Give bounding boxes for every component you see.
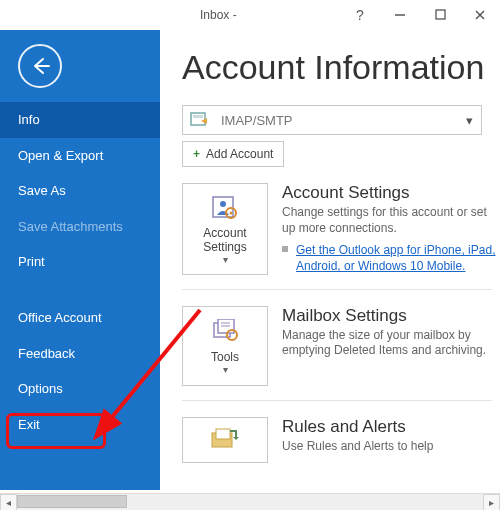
rules-icon xyxy=(210,424,240,452)
sidebar-item-label: Save Attachments xyxy=(18,219,123,234)
scroll-left-button[interactable]: ◂ xyxy=(0,494,17,511)
section-heading: Rules and Alerts xyxy=(282,417,496,437)
sidebar-item-office-account[interactable]: Office Account xyxy=(0,300,160,336)
add-account-button[interactable]: + Add Account xyxy=(182,141,284,167)
account-type-label: IMAP/SMTP xyxy=(217,113,457,128)
chevron-down-icon: ▾ xyxy=(457,113,481,128)
maximize-button[interactable] xyxy=(420,0,460,30)
window-title: Inbox - xyxy=(0,8,340,22)
mailbox-icon xyxy=(183,111,217,129)
minimize-button[interactable] xyxy=(380,0,420,30)
account-settings-icon xyxy=(210,194,240,222)
button-label: Account Settings xyxy=(187,226,263,254)
sidebar-item-feedback[interactable]: Feedback xyxy=(0,336,160,372)
sidebar-item-info[interactable]: Info xyxy=(0,102,160,138)
arrow-left-icon xyxy=(29,55,51,77)
get-app-link[interactable]: Get the Outlook app for iPhone, iPad, An… xyxy=(296,242,496,274)
chevron-down-icon: ▾ xyxy=(223,254,228,265)
svg-rect-16 xyxy=(216,429,230,439)
tools-icon xyxy=(210,318,240,346)
svg-point-9 xyxy=(230,212,233,215)
sidebar-item-label: Save As xyxy=(18,183,66,198)
sidebar-item-print[interactable]: Print xyxy=(0,244,160,280)
account-settings-button[interactable]: Account Settings ▾ xyxy=(182,183,268,275)
sidebar-item-label: Options xyxy=(18,381,63,396)
scroll-thumb[interactable] xyxy=(17,495,127,508)
section-heading: Mailbox Settings xyxy=(282,306,496,326)
section-description: Change settings for this account or set … xyxy=(282,205,496,236)
close-button[interactable] xyxy=(460,0,500,30)
sidebar-item-open-export[interactable]: Open & Export xyxy=(0,138,160,174)
chevron-down-icon: ▾ xyxy=(223,364,228,375)
sidebar-item-label: Print xyxy=(18,254,45,269)
sidebar-item-label: Office Account xyxy=(18,310,102,325)
section-heading: Account Settings xyxy=(282,183,496,203)
scroll-right-button[interactable]: ▸ xyxy=(483,494,500,511)
sidebar-item-save-as[interactable]: Save As xyxy=(0,173,160,209)
sidebar-item-label: Exit xyxy=(18,417,40,432)
svg-rect-5 xyxy=(193,115,203,118)
help-button[interactable]: ? xyxy=(340,0,380,30)
account-dropdown[interactable]: IMAP/SMTP ▾ xyxy=(182,105,482,135)
sidebar-item-label: Feedback xyxy=(18,346,75,361)
rules-button[interactable] xyxy=(182,417,268,463)
sidebar-item-save-attachments: Save Attachments xyxy=(0,209,160,245)
backstage-sidebar: Info Open & Export Save As Save Attachme… xyxy=(0,30,160,490)
sidebar-item-options[interactable]: Options xyxy=(0,371,160,407)
svg-point-7 xyxy=(220,201,226,207)
button-label: Tools xyxy=(211,350,239,364)
sidebar-item-label: Open & Export xyxy=(18,148,103,163)
titlebar: Inbox - ? xyxy=(0,0,500,30)
section-description: Use Rules and Alerts to help xyxy=(282,439,496,455)
svg-rect-4 xyxy=(191,113,205,125)
sidebar-item-label: Info xyxy=(18,112,40,127)
back-button[interactable] xyxy=(18,44,62,88)
horizontal-scrollbar[interactable]: ◂ ▸ xyxy=(0,493,500,510)
svg-rect-1 xyxy=(436,10,445,19)
plus-icon: + xyxy=(193,147,200,161)
tools-button[interactable]: Tools ▾ xyxy=(182,306,268,386)
section-description: Manage the size of your mailbox by empty… xyxy=(282,328,496,359)
scroll-track[interactable] xyxy=(17,494,483,511)
main-content: Account Information IMAP/SMTP ▾ + Add Ac… xyxy=(160,30,500,490)
bullet-icon xyxy=(282,246,288,252)
add-account-label: Add Account xyxy=(206,147,273,161)
page-title: Account Information xyxy=(160,30,500,105)
sidebar-item-exit[interactable]: Exit xyxy=(0,407,160,443)
